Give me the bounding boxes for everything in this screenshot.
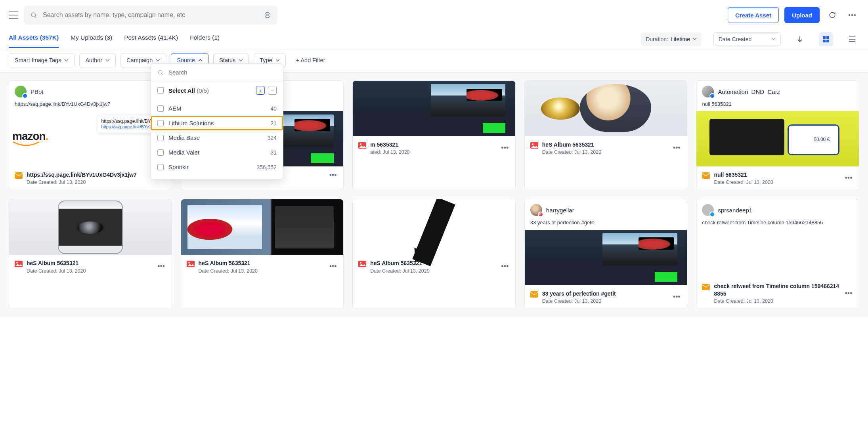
refresh-button[interactable]	[825, 8, 839, 22]
option-count: 356,552	[256, 164, 277, 170]
source-option-sprinklr[interactable]: Sprinklr356,552	[151, 160, 283, 174]
select-all-label: Select All	[168, 87, 195, 94]
duration-selector[interactable]: Duration: Lifetime	[641, 32, 702, 46]
tab-3[interactable]: Folders (1)	[190, 30, 220, 48]
card-more-button[interactable]: •••	[500, 262, 510, 271]
mail-icon	[702, 284, 710, 290]
expand-all-button[interactable]: +	[256, 86, 265, 95]
avatar	[702, 204, 714, 216]
card-more-button[interactable]: •••	[500, 144, 510, 152]
card-title: heS Album 5635321	[27, 260, 153, 267]
svg-rect-14	[702, 172, 710, 179]
svg-point-0	[31, 13, 36, 17]
source-option-aem[interactable]: AEM40	[151, 101, 283, 116]
checkbox[interactable]	[157, 120, 164, 126]
asset-card[interactable]: heS Album 5635321 Date Created: Jul 13, …	[352, 199, 516, 309]
list-view-button[interactable]	[845, 32, 859, 46]
collapse-all-button[interactable]: −	[268, 86, 277, 95]
card-meta: Date Created: Jul 13, 2020	[370, 268, 496, 274]
source-dropdown: Select All (0/5) + − AEM40Lithium Soluti…	[151, 63, 283, 179]
duration-prefix: Duration:	[646, 36, 668, 42]
option-label: Sprinklr	[168, 164, 189, 170]
card-subtitle: null 5635321	[696, 101, 859, 111]
svg-point-11	[360, 143, 361, 145]
filter-chip-author[interactable]: Author	[79, 53, 116, 67]
source-option-lithium-solutions[interactable]: Lithium Solutions21	[151, 116, 283, 130]
asset-card[interactable]: sprsandeep1check retweet from Timeline c…	[696, 199, 859, 309]
card-more-button[interactable]: •••	[328, 171, 338, 179]
card-meta: Date Created: Jul 13, 2020	[542, 149, 668, 155]
card-more-button[interactable]: •••	[672, 293, 681, 301]
card-more-button[interactable]: •••	[672, 144, 681, 152]
card-meta: Date Created: Jul 13, 2020	[199, 268, 325, 274]
option-label: Media Valet	[168, 149, 199, 156]
filter-label: Smart Image Tags	[15, 57, 61, 63]
upload-button[interactable]: Upload	[784, 7, 820, 23]
card-author: Automation_DND_Carz	[718, 88, 780, 95]
card-meta: Date Created: Jul 13, 2020	[714, 298, 840, 304]
card-more-button[interactable]: •••	[844, 174, 853, 182]
sort-direction-button[interactable]	[793, 32, 807, 46]
card-more-button[interactable]: •••	[157, 262, 166, 271]
card-thumbnail	[525, 230, 687, 285]
card-thumbnail: 50,00 €	[696, 111, 859, 166]
tab-1[interactable]: My Uploads (3)	[71, 30, 112, 48]
dropdown-search-input[interactable]	[168, 69, 277, 76]
checkbox[interactable]	[157, 135, 164, 141]
checkbox[interactable]	[157, 164, 164, 170]
card-title: heS Album 5635321	[199, 260, 325, 267]
asset-card[interactable]: m 5635321 ated: Jul 13, 2020 •••	[352, 80, 516, 190]
svg-point-3	[267, 14, 269, 16]
sort-selector[interactable]: Date Created	[713, 32, 781, 46]
checkbox[interactable]	[157, 105, 164, 112]
image-icon	[187, 261, 195, 267]
asset-card[interactable]: Automation_DND_Carznull 563532150,00 € n…	[696, 80, 859, 190]
card-title: m 5635321	[370, 141, 496, 148]
card-more-button[interactable]: •••	[844, 289, 853, 298]
card-thumbnail	[525, 81, 687, 136]
card-more-button[interactable]: •••	[328, 262, 338, 271]
svg-point-20	[360, 262, 361, 264]
asset-card[interactable]: heS Album 5635321 Date Created: Jul 13, …	[181, 199, 344, 309]
add-filter-button[interactable]: + Add Filter	[291, 53, 331, 67]
card-meta: Date Created: Jul 13, 2020	[27, 268, 153, 274]
tab-0[interactable]: All Assets (357K)	[9, 30, 59, 48]
filter-label: Status	[219, 57, 235, 63]
asset-card[interactable]: harrygellar33 years of perfection #getit…	[524, 199, 688, 309]
search-box[interactable]	[24, 6, 277, 25]
svg-point-23	[159, 70, 162, 74]
card-meta: Date Created: Jul 13, 2020	[714, 179, 840, 185]
card-subtitle: https://ssq.page.link/BYv1UxG4Dv3jx1jw7	[9, 101, 172, 111]
filter-label: Type	[260, 57, 272, 63]
settings-icon[interactable]	[264, 11, 271, 19]
checkbox[interactable]	[157, 149, 164, 156]
asset-card[interactable]: heS Album 5635321 Date Created: Jul 13, …	[524, 80, 688, 190]
search-input[interactable]	[42, 11, 259, 19]
fb-badge-icon	[22, 93, 28, 99]
avatar	[702, 86, 714, 97]
more-button[interactable]	[845, 8, 859, 22]
option-count: 40	[270, 105, 277, 112]
svg-point-16	[16, 262, 18, 264]
filter-label: Campaign	[126, 57, 153, 63]
asset-card[interactable]: PBothttps://ssq.page.link/BYv1UxG4Dv3jx1…	[9, 80, 172, 190]
source-option-media-valet[interactable]: Media Valet31	[151, 145, 283, 160]
svg-point-13	[532, 143, 533, 145]
svg-rect-21	[530, 291, 538, 298]
select-all-checkbox[interactable]	[157, 87, 164, 94]
card-subtitle: 33 years of perfection #getit	[525, 219, 687, 229]
chevron-down-icon	[771, 38, 776, 40]
card-subtitle: check retweet from Timeline column 15946…	[696, 219, 859, 229]
chevron-down-icon	[275, 59, 280, 62]
menu-button[interactable]	[9, 11, 18, 19]
source-option-media-base[interactable]: Media Base324	[151, 130, 283, 145]
grid-icon	[823, 36, 829, 42]
grid-view-button[interactable]	[819, 32, 833, 46]
option-label: Lithium Solutions	[168, 120, 214, 126]
svg-line-24	[162, 74, 163, 75]
tab-2[interactable]: Post Assets (41.4K)	[124, 30, 178, 48]
asset-card[interactable]: heS Album 5635321 Date Created: Jul 13, …	[9, 199, 172, 309]
card-thumbnail: mazon. https://ssq.page.link/BYv1UxG4Dv3…	[9, 111, 172, 166]
create-asset-button[interactable]: Create Asset	[728, 7, 779, 23]
filter-chip-smart-image-tags[interactable]: Smart Image Tags	[9, 53, 75, 67]
